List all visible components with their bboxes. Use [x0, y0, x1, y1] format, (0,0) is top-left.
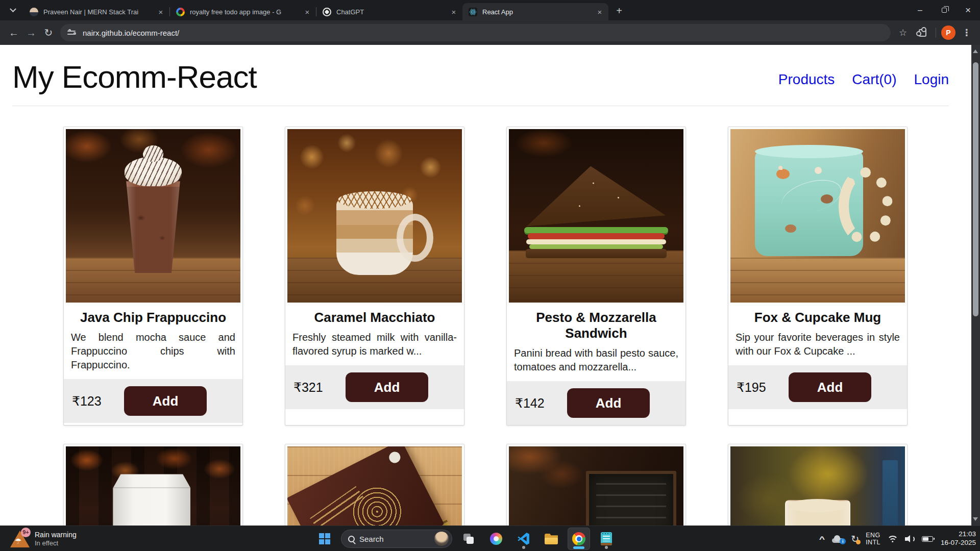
new-tab-button[interactable]: +: [611, 3, 627, 18]
product-image-starbucks-chocolate-box: [287, 446, 462, 525]
toolbar-right-icons: ☆ P ⋮: [895, 24, 975, 41]
clock-time: 21:03: [959, 530, 976, 539]
taskbar-search-box[interactable]: Search: [341, 530, 452, 548]
weather-widget[interactable]: ☂ 9+ Rain warning In effect: [6, 526, 81, 551]
product-image-fox-cupcake-mug: [730, 129, 905, 303]
back-button[interactable]: ←: [5, 24, 22, 41]
sandwich-tomato-decor: [528, 233, 665, 239]
nav-link-products[interactable]: Products: [778, 71, 835, 88]
chatgpt-logo-favicon: [323, 8, 331, 16]
sandwich-avocado-decor: [529, 244, 663, 249]
add-to-cart-button[interactable]: Add: [124, 386, 207, 416]
copilot-button[interactable]: [485, 528, 507, 550]
taskbar-clock[interactable]: 21:03 16-07-2025: [941, 530, 976, 547]
site-info-icon[interactable]: [67, 28, 77, 37]
sandwich-cheese-decor: [526, 239, 666, 244]
product-image-pesto-mozzarella-sandwich: [509, 129, 683, 303]
language-indicator[interactable]: ENG INTL: [866, 532, 880, 546]
address-bar[interactable]: nairx.github.io/ecomm-react/: [60, 24, 891, 41]
language-line1: ENG: [866, 532, 880, 539]
product-price: ₹142: [515, 396, 545, 411]
battery-icon[interactable]: [922, 536, 933, 542]
browser-tab-chatgpt[interactable]: ChatGPT ×: [316, 3, 462, 20]
product-card-java-chip-frappuccino: Java Chip Frappuccino We blend mocha sau…: [63, 127, 243, 425]
product-card-pesto-mozzarella-sandwich: Pesto & Mozzarella Sandwich Panini bread…: [506, 127, 686, 425]
product-description: We blend mocha sauce and Frappuccino chi…: [71, 331, 235, 372]
header-divider: [12, 106, 949, 106]
forward-button[interactable]: →: [22, 24, 40, 41]
bookmark-star-icon[interactable]: ☆: [895, 24, 911, 41]
person-avatar-favicon: [30, 8, 38, 16]
task-view-icon: [463, 534, 474, 544]
box-label-decor: [310, 486, 363, 525]
notepad-button[interactable]: [595, 528, 618, 550]
latte-glass-decor: [785, 500, 850, 525]
sandwich-bread-top-decor: [527, 166, 666, 227]
chalkboard-decor: [586, 471, 677, 525]
wood-table-decor: [730, 258, 905, 303]
close-tab-icon[interactable]: ×: [449, 7, 458, 16]
hidden-icons-chevron[interactable]: ^: [819, 535, 824, 543]
close-tab-icon[interactable]: ×: [156, 7, 165, 16]
site-nav: Products Cart(0) Login: [778, 71, 949, 88]
screen: Praveen Nair | MERN Stack Trai × royalty…: [0, 0, 980, 551]
macchiato-mug-decor: [336, 199, 413, 275]
product-grid-row-2-partial: [0, 444, 971, 525]
page-scrollbar[interactable]: [971, 45, 980, 525]
restore-button[interactable]: [932, 0, 956, 20]
close-window-button[interactable]: ×: [956, 0, 980, 20]
browser-menu-icon[interactable]: ⋮: [959, 24, 975, 41]
browser-toolbar: ← → ↻ nairx.github.io/ecomm-react/ ☆ P ⋮: [0, 20, 980, 45]
wifi-icon[interactable]: [887, 535, 898, 543]
profile-avatar[interactable]: P: [941, 26, 955, 40]
onedrive-icon[interactable]: i: [830, 535, 844, 543]
file-explorer-button[interactable]: [540, 528, 562, 550]
url-text[interactable]: nairx.github.io/ecomm-react/: [83, 29, 179, 37]
product-title: Caramel Macchiato: [290, 310, 459, 325]
scrollbar-up-arrow[interactable]: [973, 49, 978, 53]
close-tab-icon[interactable]: ×: [595, 7, 604, 16]
tab-title: Praveen Nair | MERN Stack Trai: [43, 8, 153, 16]
add-to-cart-button[interactable]: Add: [346, 372, 428, 402]
product-footer: ₹195 Add: [728, 365, 907, 409]
system-tray: ^ i ↻ ENG INTL 21:03 16-07-2025: [820, 526, 976, 551]
umbrella-icon: ☂: [15, 537, 21, 546]
tab-search-button[interactable]: [5, 3, 20, 18]
browser-tab-google-search[interactable]: royalty free todo app image - G ×: [170, 3, 316, 20]
sandwich-lettuce-decor: [524, 227, 668, 233]
product-description: Panini bread with basil pesto sauce, tom…: [514, 346, 678, 374]
add-to-cart-button[interactable]: Add: [789, 372, 871, 402]
scrollbar-thumb[interactable]: [973, 62, 978, 316]
notification-badge: 9+: [21, 528, 31, 537]
weather-subline: In effect: [35, 539, 77, 547]
nav-link-cart[interactable]: Cart(0): [852, 71, 896, 88]
nav-link-login[interactable]: Login: [914, 71, 949, 88]
volume-icon[interactable]: [905, 535, 915, 543]
chrome-button-active[interactable]: [568, 528, 590, 550]
language-line2: INTL: [866, 539, 880, 546]
chrome-icon: [572, 532, 585, 545]
weather-headline: Rain warning: [35, 531, 77, 539]
folder-icon: [545, 534, 558, 544]
scrollbar-down-arrow[interactable]: [973, 517, 978, 521]
minimize-button[interactable]: –: [908, 0, 932, 20]
sync-icon[interactable]: ↻: [851, 534, 859, 544]
weather-texts: Rain warning In effect: [35, 531, 77, 547]
restore-icon: [942, 8, 947, 13]
window-controls: – ×: [908, 0, 980, 20]
add-to-cart-button[interactable]: Add: [567, 388, 650, 418]
close-tab-icon[interactable]: ×: [303, 7, 312, 16]
vscode-button[interactable]: [512, 528, 535, 550]
google-logo-favicon: [176, 8, 185, 16]
extensions-icon[interactable]: [914, 24, 930, 41]
tab-title: ChatGPT: [336, 8, 446, 16]
running-indicator: [522, 546, 525, 549]
vscode-icon: [517, 532, 530, 545]
teal-mug-decor: [755, 150, 863, 256]
start-button[interactable]: [313, 528, 336, 550]
browser-tab-react-app-active[interactable]: React App ×: [462, 3, 608, 20]
task-view-button[interactable]: [457, 528, 480, 550]
taskbar-center: Search: [313, 526, 618, 551]
reload-button[interactable]: ↻: [40, 24, 57, 41]
browser-tab-praveen-nair[interactable]: Praveen Nair | MERN Stack Trai ×: [23, 3, 169, 20]
